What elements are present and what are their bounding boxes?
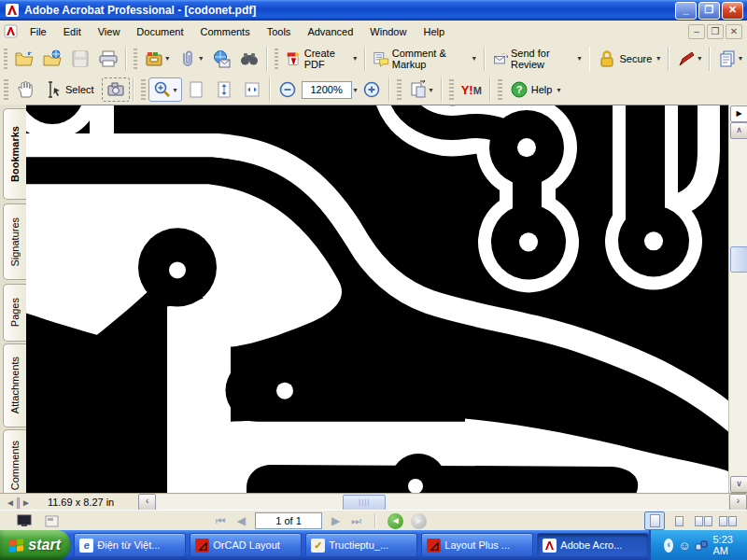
continuous-layout-button[interactable] — [669, 511, 689, 530]
tab-pages[interactable]: Pages — [3, 284, 26, 342]
dropdown-caret-icon: ▾ — [430, 86, 433, 94]
menu-window[interactable]: Window — [361, 23, 415, 40]
create-pdf-button[interactable]: Create PDF ▾ — [281, 45, 361, 73]
last-page-button[interactable]: ⏭ — [351, 514, 361, 527]
page-indicator-field[interactable]: 1 of 1 — [255, 512, 322, 529]
save-button[interactable] — [66, 47, 94, 71]
zoom-in-button[interactable] — [358, 77, 386, 102]
tray-chevron-button[interactable]: ‹ — [664, 539, 673, 553]
toolbar-grip[interactable] — [449, 79, 454, 100]
tab-comments[interactable]: Comments — [3, 429, 26, 502]
zoom-level-field[interactable] — [302, 81, 352, 99]
select-ibeam-icon — [44, 80, 63, 99]
help-button[interactable]: ? Help ▾ — [505, 77, 566, 102]
next-page-button[interactable]: ▶ — [331, 514, 340, 527]
menu-file[interactable]: File — [21, 23, 55, 40]
facing-layout-button[interactable] — [717, 511, 738, 530]
fit-height-icon — [215, 80, 233, 99]
sign-button[interactable]: ▾ — [672, 47, 706, 71]
taskbar-task-tructieptu[interactable]: ✓ Tructieptu_... — [305, 533, 417, 557]
window-title: Adobe Acrobat Professional - [codonet.pd… — [24, 4, 256, 17]
menu-advanced[interactable]: Advanced — [299, 23, 361, 40]
email-button[interactable] — [207, 47, 235, 71]
horizontal-scroll-track[interactable]: |||| — [156, 495, 728, 510]
previous-view-button[interactable]: ◄ — [388, 513, 403, 529]
mdi-restore-button[interactable]: ❐ — [707, 24, 724, 39]
print-button[interactable] — [94, 47, 122, 71]
messenger-smiley-icon[interactable]: ☺ — [678, 539, 690, 553]
toolbar-tools: Select ▾ ▾ ▾ Y!M ? Help ▾ — [0, 75, 747, 105]
toolbar-grip[interactable] — [141, 79, 146, 100]
send-for-review-button[interactable]: Send for Review ▾ — [488, 45, 586, 73]
select-tool-button[interactable]: Select — [39, 77, 102, 102]
fit-screen-status-icon[interactable] — [17, 514, 32, 527]
dropdown-caret-icon: ▾ — [557, 86, 560, 94]
secure-button[interactable]: Secure ▾ — [593, 47, 665, 71]
taskbar-task-adobe-acrobat[interactable]: Adobe Acro... — [537, 533, 649, 557]
snapshot-button[interactable] — [102, 77, 130, 102]
taskbar-task-layout-plus[interactable]: ◿ Layout Plus ... — [421, 533, 533, 557]
menu-document[interactable]: Document — [128, 23, 191, 40]
attach-button[interactable]: ▾ — [174, 47, 207, 71]
toolbar-grip[interactable] — [134, 49, 137, 69]
scroll-down-button[interactable]: ∨ — [730, 476, 747, 493]
close-button[interactable]: ✕ — [722, 2, 743, 20]
single-page-layout-button[interactable] — [644, 511, 665, 530]
yahoo-search-button[interactable]: Y!M — [457, 80, 486, 100]
lock-icon — [598, 49, 616, 68]
menu-view[interactable]: View — [90, 23, 129, 40]
page-display-button[interactable]: ▾ — [404, 77, 438, 102]
forms-button[interactable]: ▾ — [713, 47, 747, 71]
zoom-out-button[interactable] — [274, 77, 302, 102]
mdi-minimize-button[interactable]: – — [688, 24, 705, 39]
horizontal-scroll-thumb[interactable]: |||| — [343, 495, 386, 511]
toolbar-grip[interactable] — [397, 79, 402, 100]
toolbar-grip[interactable] — [275, 49, 278, 69]
scroll-right-button[interactable]: › — [729, 494, 747, 511]
open-button[interactable] — [10, 47, 38, 71]
minimize-button[interactable]: _ — [675, 2, 697, 20]
taskbar-task-orcad-layout[interactable]: ◿ OrCAD Layout — [190, 533, 302, 557]
next-view-button[interactable]: ► — [411, 513, 427, 529]
continuous-facing-layout-button[interactable] — [693, 511, 713, 530]
toolbar-grip[interactable] — [498, 79, 502, 100]
comment-markup-button[interactable]: Comment & Markup ▾ — [369, 45, 480, 73]
toolbar-grip[interactable] — [4, 79, 8, 100]
restore-button[interactable]: ❐ — [698, 2, 720, 20]
network-users-icon[interactable] — [695, 539, 708, 552]
zoom-in-tool-button[interactable]: ▾ — [148, 77, 182, 102]
scroll-left-button[interactable]: ‹ — [138, 494, 156, 511]
dropdown-caret-icon: ▾ — [353, 54, 357, 63]
toolbar-grip[interactable] — [4, 49, 7, 69]
first-page-button[interactable]: ⏮ — [216, 514, 226, 527]
taskbar-task-dien-tu-viet[interactable]: e Điện từ Việt... — [74, 533, 186, 557]
scroll-up-button[interactable]: ∧ — [730, 122, 747, 139]
menu-edit[interactable]: Edit — [55, 23, 90, 40]
open-web-button[interactable] — [38, 47, 66, 71]
organizer-button[interactable]: ▾ — [140, 47, 174, 71]
tab-signatures[interactable]: Signatures — [3, 203, 26, 280]
fit-page-button[interactable] — [182, 77, 210, 102]
zoom-out-circle-icon — [278, 80, 297, 99]
menu-comments[interactable]: Comments — [192, 23, 259, 40]
previous-page-button[interactable]: ◀ — [237, 514, 246, 527]
tab-attachments[interactable]: Attachments — [3, 343, 26, 427]
minimized-doc-icon[interactable] — [45, 515, 59, 527]
scroll-menu-button[interactable]: ▶ — [730, 105, 747, 122]
start-button[interactable]: start — [0, 530, 70, 560]
fit-height-button[interactable] — [210, 77, 238, 102]
document-page[interactable] — [26, 105, 728, 494]
vertical-scroll-thumb[interactable] — [730, 246, 747, 273]
vertical-scrollbar[interactable]: ▶ ∧ ∨ — [728, 105, 747, 493]
mdi-close-button[interactable]: ✕ — [726, 24, 742, 39]
menu-tools[interactable]: Tools — [259, 23, 300, 40]
search-button[interactable] — [235, 47, 263, 71]
fit-width-button[interactable] — [238, 77, 266, 102]
tab-bookmarks[interactable]: Bookmarks — [3, 108, 26, 200]
hand-tool-button[interactable] — [11, 77, 39, 102]
pane-splitter-icon[interactable]: ◄║► — [6, 497, 31, 508]
clock[interactable]: 5:23 AM — [712, 534, 738, 556]
down-arrow-icon: ∨ — [736, 479, 742, 488]
menu-help[interactable]: Help — [415, 23, 453, 40]
svg-text:?: ? — [515, 84, 522, 95]
